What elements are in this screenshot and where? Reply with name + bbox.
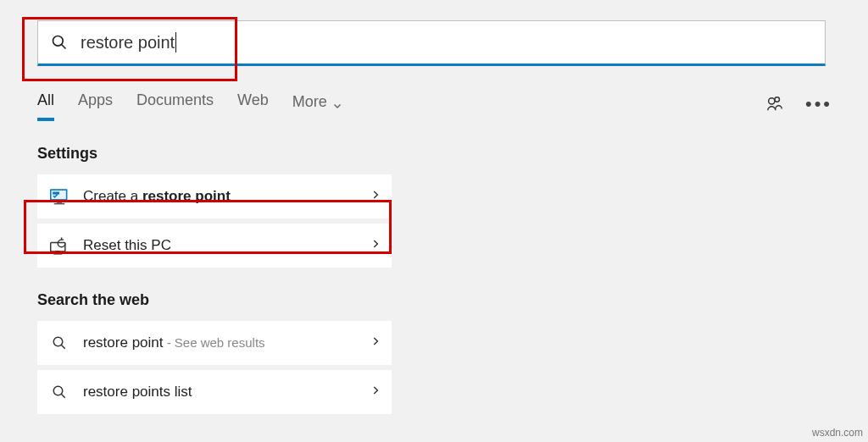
tab-web-label: Web [237, 91, 269, 108]
result-create-restore-point[interactable]: Create a restore point [37, 174, 392, 218]
result-web-restore-point[interactable]: restore point - See web results [37, 321, 392, 365]
section-title-settings: Settings [37, 145, 831, 163]
result-reset-this-pc[interactable]: Reset this PC [37, 224, 392, 268]
chevron-right-icon [370, 189, 381, 204]
right-actions: ••• [763, 92, 831, 116]
tab-apps[interactable]: Apps [78, 86, 113, 121]
tab-apps-label: Apps [78, 91, 113, 108]
feedback-icon[interactable] [763, 92, 787, 116]
svg-rect-6 [57, 202, 62, 203]
watermark: wsxdn.com [812, 427, 863, 439]
svg-point-14 [53, 386, 63, 395]
result-label: restore points list [83, 384, 370, 401]
tab-documents-label: Documents [136, 91, 214, 108]
search-icon [47, 331, 71, 355]
filter-tabs: All Apps Documents Web More [37, 86, 342, 121]
monitor-restore-icon [47, 185, 71, 208]
search-box[interactable]: restore point [37, 20, 826, 66]
tab-documents[interactable]: Documents [136, 86, 214, 121]
result-label: Reset this PC [83, 237, 370, 254]
reset-pc-icon [47, 234, 71, 257]
result-label: Create a restore point [83, 188, 370, 205]
settings-results: Create a restore point Reset this PC [37, 174, 392, 268]
tab-all[interactable]: All [37, 86, 54, 121]
more-options-button[interactable]: ••• [807, 92, 831, 116]
svg-point-2 [769, 97, 775, 103]
svg-point-12 [53, 337, 63, 346]
chevron-right-icon [370, 238, 381, 253]
search-icon [47, 380, 71, 404]
filter-tabs-row: All Apps Documents Web More [37, 86, 831, 121]
chevron-down-icon [332, 97, 342, 108]
tab-web[interactable]: Web [237, 86, 269, 121]
tab-more-label: More [292, 93, 327, 111]
web-results: restore point - See web results restore … [37, 321, 392, 414]
svg-line-15 [61, 394, 65, 398]
result-web-restore-points-list[interactable]: restore points list [37, 370, 392, 414]
tab-more[interactable]: More [292, 86, 342, 121]
chevron-right-icon [370, 384, 381, 400]
ellipsis-icon: ••• [805, 95, 832, 113]
chevron-right-icon [370, 335, 381, 351]
svg-rect-7 [54, 203, 65, 205]
svg-point-3 [775, 97, 780, 102]
svg-line-13 [61, 345, 65, 349]
svg-rect-11 [54, 253, 62, 254]
section-title-web: Search the web [37, 291, 831, 309]
tab-all-label: All [37, 91, 54, 108]
svg-rect-8 [53, 192, 59, 195]
svg-rect-5 [52, 191, 66, 199]
result-label: restore point - See web results [83, 334, 370, 351]
